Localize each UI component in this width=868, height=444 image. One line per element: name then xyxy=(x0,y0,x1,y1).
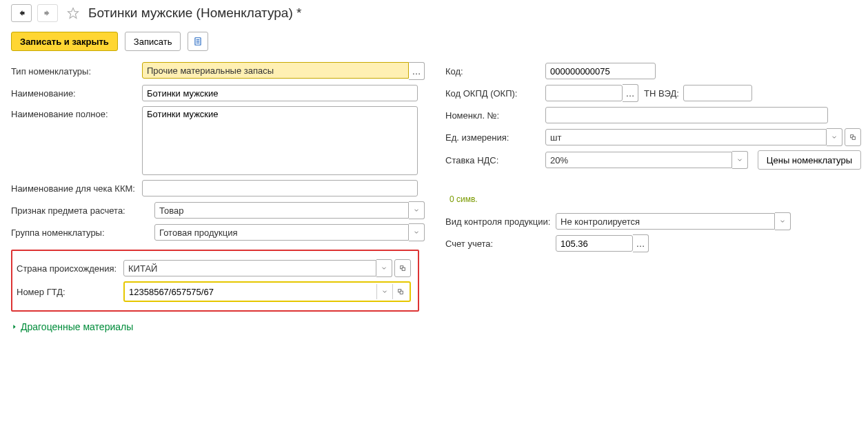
code-label: Код: xyxy=(445,66,545,77)
gtd-label: Номер ГТД: xyxy=(17,287,123,297)
account-select-button[interactable]: … xyxy=(633,234,649,252)
country-dropdown-button[interactable] xyxy=(376,259,392,277)
vat-field[interactable]: 20% xyxy=(545,152,732,168)
group-field[interactable]: Готовая продукция xyxy=(154,224,409,241)
vat-dropdown-button[interactable] xyxy=(732,151,748,169)
type-field[interactable]: Прочие материальные запасы xyxy=(142,62,409,79)
fullname-field[interactable]: Ботинки мужские xyxy=(142,106,418,175)
precious-materials-section[interactable]: Драгоценные материалы xyxy=(11,321,425,332)
open-icon xyxy=(399,265,406,272)
name-field[interactable] xyxy=(142,85,418,101)
attr-dropdown-button[interactable] xyxy=(409,201,425,219)
unit-field[interactable]: шт xyxy=(545,129,827,145)
highlighted-region: Страна происхождения: КИТАЙ Номер ГТД: xyxy=(11,250,419,312)
kkm-field[interactable] xyxy=(142,180,418,196)
control-label: Вид контроля продукции: xyxy=(445,216,556,227)
svg-marker-0 xyxy=(68,8,79,19)
gtd-open-button[interactable] xyxy=(392,284,408,299)
tnved-field[interactable] xyxy=(683,85,752,101)
nomnum-field[interactable] xyxy=(545,107,828,123)
attr-field[interactable]: Товар xyxy=(154,202,409,219)
chevron-down-icon xyxy=(413,207,420,214)
tnved-label: ТН ВЭД: xyxy=(644,88,679,99)
ellipsis-icon: … xyxy=(412,66,421,77)
country-open-button[interactable] xyxy=(394,259,411,277)
account-label: Счет учета: xyxy=(445,239,556,249)
unit-label: Ед. измерения: xyxy=(445,132,545,143)
prices-button[interactable]: Цены номенклатуры xyxy=(758,150,861,170)
type-select-button[interactable]: … xyxy=(409,62,425,80)
ellipsis-icon: … xyxy=(636,239,645,249)
chevron-down-icon xyxy=(736,157,743,163)
save-button[interactable]: Записать xyxy=(125,32,181,51)
gtd-field[interactable] xyxy=(126,284,376,299)
name-label: Наименование: xyxy=(11,88,142,99)
group-dropdown-button[interactable] xyxy=(409,223,425,241)
report-button[interactable] xyxy=(188,32,208,51)
nav-forward-button[interactable] xyxy=(37,4,58,22)
gtd-dropdown-button[interactable] xyxy=(376,284,392,299)
country-label: Страна происхождения: xyxy=(17,263,123,274)
vat-label: Ставка НДС: xyxy=(445,155,545,165)
okpd-label: Код ОКПД (ОКП): xyxy=(445,88,545,99)
control-field[interactable]: Не контролируется xyxy=(556,213,775,230)
gtd-field-wrapper xyxy=(123,281,411,302)
type-label: Тип номенклатуры: xyxy=(11,66,142,77)
okpd-select-button[interactable]: … xyxy=(623,84,638,102)
precious-materials-label: Драгоценные материалы xyxy=(21,321,133,332)
chevron-down-icon xyxy=(831,134,838,141)
unit-open-button[interactable] xyxy=(845,128,861,146)
chevron-down-icon xyxy=(779,218,786,225)
unit-dropdown-button[interactable] xyxy=(827,128,842,146)
account-field[interactable] xyxy=(556,235,633,252)
nav-back-button[interactable] xyxy=(11,4,32,22)
fullname-label: Наименование полное: xyxy=(11,106,142,119)
svg-rect-10 xyxy=(852,137,855,139)
country-field[interactable]: КИТАЙ xyxy=(123,260,376,276)
save-and-close-button[interactable]: Записать и закрыть xyxy=(11,32,118,51)
chevron-down-icon xyxy=(381,265,387,272)
okpd-field[interactable] xyxy=(545,85,623,101)
kkm-label: Наименование для чека ККМ: xyxy=(11,183,142,194)
svg-rect-8 xyxy=(400,291,403,294)
chevron-down-icon xyxy=(381,288,388,295)
attr-label: Признак предмета расчета: xyxy=(11,205,154,216)
group-label: Группа номенклатуры: xyxy=(11,228,154,238)
page-title: Ботинки мужские (Номенклатура) * xyxy=(88,6,301,21)
control-dropdown-button[interactable] xyxy=(775,212,791,230)
ellipsis-icon: … xyxy=(626,88,635,99)
chevron-right-icon xyxy=(11,323,18,330)
code-field[interactable] xyxy=(545,63,656,79)
nomnum-label: Номенкл. №: xyxy=(445,110,545,121)
chevron-down-icon xyxy=(413,229,420,236)
open-icon xyxy=(849,134,856,141)
char-count: 0 симв. xyxy=(450,194,478,204)
svg-rect-6 xyxy=(402,268,405,270)
favorite-star-icon[interactable] xyxy=(66,6,80,20)
open-icon xyxy=(397,288,404,295)
